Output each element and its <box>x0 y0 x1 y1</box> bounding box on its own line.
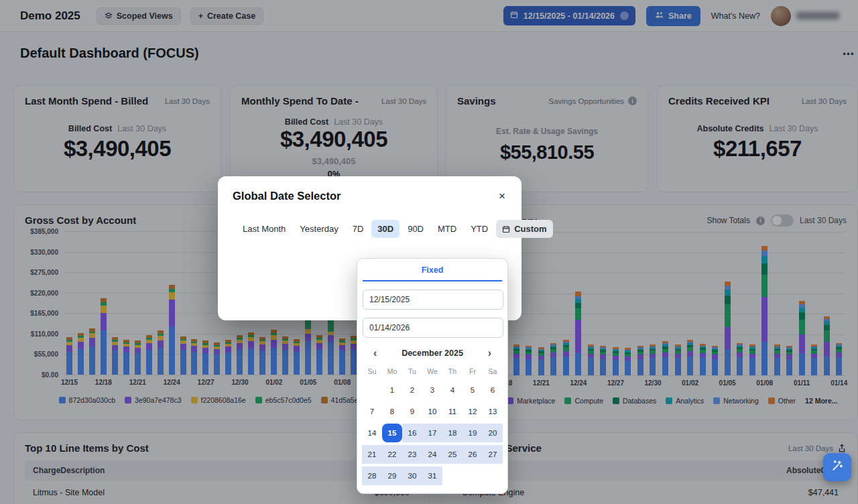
calendar-month-label: December 2025 <box>402 349 463 358</box>
weekday-label-tu: Tu <box>402 365 422 378</box>
calendar-day-19[interactable]: 19 <box>463 424 483 442</box>
close-icon[interactable]: × <box>499 190 505 202</box>
calendar-day-27[interactable]: 27 <box>483 445 503 464</box>
calendar-day-17[interactable]: 17 <box>422 424 442 442</box>
weekday-label-su: Su <box>362 365 382 378</box>
calendar-day-3[interactable]: 3 <box>422 381 442 399</box>
calendar-icon <box>502 225 510 233</box>
calendar-day-20[interactable]: 20 <box>483 424 503 442</box>
calendar-day-26[interactable]: 26 <box>463 445 483 464</box>
calendar-day-30[interactable]: 30 <box>402 466 422 485</box>
custom-date-picker-panel: Fixed ‹ December 2025 › SuMoTuWeThFrSa12… <box>357 258 508 494</box>
tab-fixed[interactable]: Fixed <box>363 265 502 281</box>
chevron-right-icon[interactable]: › <box>485 347 494 359</box>
quick-option-7d[interactable]: 7D <box>347 220 370 238</box>
calendar-day-29[interactable]: 29 <box>382 466 402 485</box>
calendar-day-23[interactable]: 23 <box>402 445 422 464</box>
weekday-label-sa: Sa <box>483 365 503 378</box>
calendar-day-6[interactable]: 6 <box>483 381 503 399</box>
weekday-label-mo: Mo <box>382 365 402 378</box>
calendar-day-31[interactable]: 31 <box>422 466 442 485</box>
calendar-day-22[interactable]: 22 <box>382 445 402 464</box>
calendar-day-7[interactable]: 7 <box>362 402 382 421</box>
quick-option-30d[interactable]: 30D <box>371 220 400 238</box>
calendar-day-24[interactable]: 24 <box>422 445 442 464</box>
calendar-day-21[interactable]: 21 <box>362 445 382 464</box>
calendar-day-9[interactable]: 9 <box>402 402 422 421</box>
weekday-label-th: Th <box>442 365 463 378</box>
calendar-grid: SuMoTuWeThFrSa12345678910111213141516171… <box>357 365 507 485</box>
quick-options-row: Last MonthYesterday7D30D90DMTDYTDCustom <box>218 202 522 238</box>
start-date-input[interactable] <box>363 290 503 310</box>
calendar-day-28[interactable]: 28 <box>362 466 382 485</box>
calendar-day-4[interactable]: 4 <box>442 381 463 399</box>
calendar-day-1[interactable]: 1 <box>382 381 402 399</box>
quick-option-last-month[interactable]: Last Month <box>237 220 292 238</box>
calendar-day-25[interactable]: 25 <box>442 445 463 464</box>
calendar-day-14[interactable]: 14 <box>362 424 382 442</box>
quick-option-90d[interactable]: 90D <box>402 220 430 238</box>
calendar-day-10[interactable]: 10 <box>422 402 442 421</box>
calendar-blank <box>362 381 382 399</box>
quick-option-custom[interactable]: Custom <box>496 220 552 238</box>
quick-option-ytd[interactable]: YTD <box>465 220 494 238</box>
modal-title: Global Date Selector <box>233 190 341 202</box>
calendar-day-11[interactable]: 11 <box>442 402 463 421</box>
calendar-day-18[interactable]: 18 <box>442 424 463 442</box>
calendar-day-13[interactable]: 13 <box>483 402 503 421</box>
quick-option-mtd[interactable]: MTD <box>432 220 463 238</box>
calendar-day-16[interactable]: 16 <box>402 424 422 442</box>
end-date-input[interactable] <box>363 318 503 338</box>
ai-assistant-fab[interactable] <box>823 453 851 481</box>
chevron-left-icon[interactable]: ‹ <box>371 347 379 359</box>
calendar-day-8[interactable]: 8 <box>382 402 402 421</box>
calendar-day-5[interactable]: 5 <box>463 381 483 399</box>
weekday-label-we: We <box>422 365 442 378</box>
custom-option-label: Custom <box>514 224 546 234</box>
calendar-day-15[interactable]: 15 <box>382 424 402 442</box>
magic-wand-icon <box>831 459 844 475</box>
quick-option-yesterday[interactable]: Yesterday <box>294 220 344 238</box>
weekday-label-fr: Fr <box>463 365 483 378</box>
calendar-day-12[interactable]: 12 <box>463 402 483 421</box>
calendar-day-2[interactable]: 2 <box>402 381 422 399</box>
